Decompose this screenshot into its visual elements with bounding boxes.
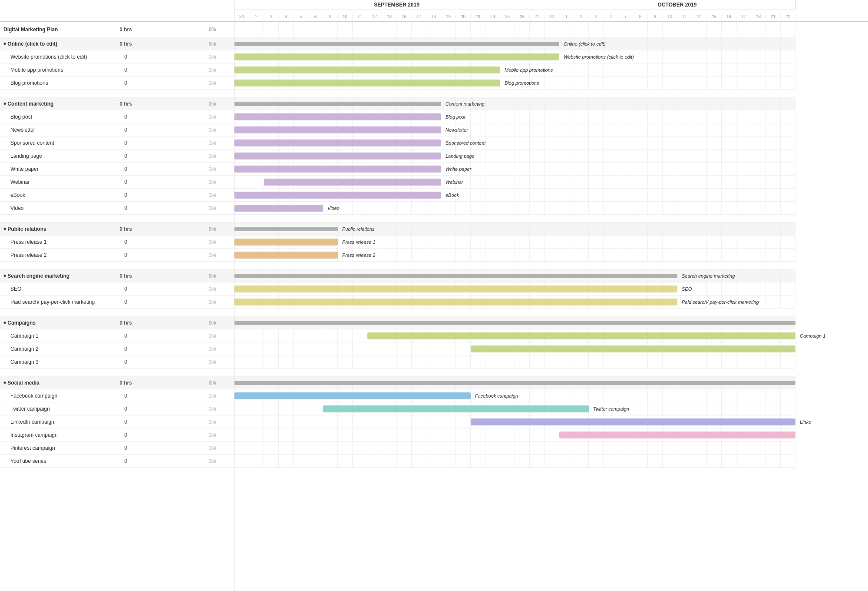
- task-actual: 0: [104, 299, 148, 305]
- gantt-bar[interactable]: Paid search/ pay-per-click marketing: [234, 299, 677, 305]
- day-cell: 23: [471, 14, 485, 19]
- gantt-row: eBook: [234, 189, 795, 202]
- gantt-bar[interactable]: Blog promotions: [234, 80, 500, 86]
- task-row[interactable]: YouTube series00%: [0, 455, 234, 468]
- task-row[interactable]: Newsletter00%: [0, 123, 234, 136]
- gantt-bar[interactable]: [471, 345, 795, 352]
- task-progress: 0%: [191, 320, 234, 326]
- day-cell: 30: [545, 14, 559, 19]
- task-row[interactable]: Press release 200%: [0, 249, 234, 262]
- task-actual: 0: [104, 445, 148, 451]
- gantt-bar[interactable]: [234, 321, 795, 325]
- task-name: White paper: [0, 166, 104, 172]
- gantt-row: Website promotions (click to edit): [234, 50, 795, 63]
- gantt-row: Campaign 1: [234, 329, 795, 342]
- task-row[interactable]: Campaign 200%: [0, 342, 234, 355]
- task-row[interactable]: Paid search/ pay-per-click marketing00%: [0, 296, 234, 309]
- gantt-row: [234, 22, 795, 37]
- task-row[interactable]: Sponsored content00%: [0, 136, 234, 149]
- bar-label: Website promotions (click to edit): [561, 54, 634, 60]
- gantt-row: [234, 309, 795, 316]
- bar-label: Press release 2: [340, 252, 375, 258]
- left-header: [0, 0, 234, 22]
- task-row[interactable]: Campaign 300%: [0, 355, 234, 369]
- gantt-bar[interactable]: Content marketing: [234, 102, 441, 106]
- gantt-bar[interactable]: Sponsored content: [234, 139, 441, 146]
- day-cell: 2: [249, 14, 264, 19]
- gantt-bar[interactable]: Linke: [471, 418, 795, 425]
- gantt-row: [234, 369, 795, 376]
- task-row[interactable]: LinkedIn campaign00%: [0, 415, 234, 428]
- task-row[interactable]: Landing page00%: [0, 149, 234, 163]
- gantt-row: Online (click to edit)▼: [234, 37, 795, 50]
- task-name: Sponsored content: [0, 140, 104, 146]
- bar-label: Mobile app promotions: [502, 67, 553, 73]
- task-row[interactable]: Mobile app promotions00%: [0, 63, 234, 76]
- gantt-bar[interactable]: Press release 1: [234, 239, 338, 246]
- gantt-bar[interactable]: eBook: [234, 192, 441, 199]
- gantt-bar[interactable]: Campaign 1: [367, 332, 795, 339]
- task-row[interactable]: Website promotions (click to edit)00%: [0, 50, 234, 63]
- gantt-bar[interactable]: SEO: [234, 286, 677, 292]
- gantt-bar[interactable]: Website promotions (click to edit): [234, 53, 559, 60]
- task-name: Campaign 3: [0, 359, 104, 365]
- day-cell: 11: [353, 14, 367, 19]
- gantt-bar[interactable]: Webinar: [264, 179, 441, 186]
- task-actual: 0: [104, 432, 148, 438]
- gantt-row: Search engine marketing▼: [234, 269, 795, 282]
- gantt-bar[interactable]: Landing page: [234, 153, 441, 159]
- bar-label: Press release 1: [340, 239, 375, 245]
- task-name: ▾ Content marketing: [0, 101, 104, 107]
- day-cell: 17: [736, 14, 751, 19]
- task-row: ▾ Content marketing0 hrs0%: [0, 97, 234, 110]
- gantt-bar[interactable]: Twitter campaign: [323, 405, 589, 412]
- gantt-bar[interactable]: Mobile app promotions: [234, 66, 500, 73]
- task-progress: 0%: [191, 432, 234, 438]
- task-row[interactable]: Pinterest campaign00%: [0, 442, 234, 455]
- gantt-bar[interactable]: Search engine marketing: [234, 274, 677, 278]
- bar-label: Webinar: [443, 179, 463, 185]
- bar-label: Content marketing: [443, 101, 485, 106]
- gantt-row: Video: [234, 202, 795, 215]
- task-name: Blog promotions: [0, 80, 104, 86]
- task-name: Pinterest campaign: [0, 445, 104, 451]
- task-row[interactable]: Press release 100%: [0, 236, 234, 249]
- gantt-header: SEPTEMBER 2019OCTOBER 201930234569101112…: [234, 0, 868, 22]
- task-row: [0, 262, 234, 269]
- task-name: Press release 1: [0, 239, 104, 245]
- gantt-bar[interactable]: [234, 381, 795, 385]
- gantt-bar[interactable]: White paper: [234, 166, 441, 173]
- day-cell: 19: [441, 14, 456, 19]
- task-row[interactable]: SEO00%: [0, 282, 234, 296]
- task-row[interactable]: Facebook campaign00%: [0, 389, 234, 402]
- task-actual: 0: [104, 127, 148, 133]
- gantt-bar[interactable]: [559, 432, 795, 438]
- task-row[interactable]: White paper00%: [0, 163, 234, 176]
- task-row[interactable]: Video00%: [0, 202, 234, 215]
- task-row[interactable]: Blog post00%: [0, 110, 234, 123]
- day-cell: 13: [382, 14, 397, 19]
- gantt-row: Mobile app promotions: [234, 63, 795, 76]
- gantt-bar[interactable]: Online (click to edit): [234, 42, 559, 46]
- task-progress: 0%: [191, 27, 234, 33]
- task-row[interactable]: Instagram campaign00%: [0, 428, 234, 442]
- task-row[interactable]: Campaign 100%: [0, 329, 234, 342]
- gantt-row: [234, 442, 795, 455]
- task-row[interactable]: Webinar00%: [0, 176, 234, 189]
- gantt-row: Press release 1: [234, 236, 795, 249]
- gantt-bar[interactable]: Press release 2: [234, 252, 338, 259]
- task-row[interactable]: eBook00%: [0, 189, 234, 202]
- day-cell: 17: [412, 14, 426, 19]
- gantt-bar[interactable]: Public relations: [234, 227, 338, 231]
- task-row[interactable]: Twitter campaign00%: [0, 402, 234, 415]
- bar-label: Online (click to edit): [561, 41, 606, 46]
- task-name: Twitter campaign: [0, 406, 104, 412]
- gantt-bar[interactable]: Blog post: [234, 113, 441, 120]
- task-row[interactable]: Blog promotions00%: [0, 76, 234, 90]
- gantt-row: Paid search/ pay-per-click marketing: [234, 296, 795, 309]
- gantt-row: SEO: [234, 282, 795, 296]
- gantt-row: Content marketing▼: [234, 97, 795, 110]
- gantt-bar[interactable]: Video: [234, 205, 323, 212]
- gantt-bar[interactable]: Newsletter: [234, 126, 441, 133]
- gantt-bar[interactable]: Facebook campaign: [234, 392, 471, 399]
